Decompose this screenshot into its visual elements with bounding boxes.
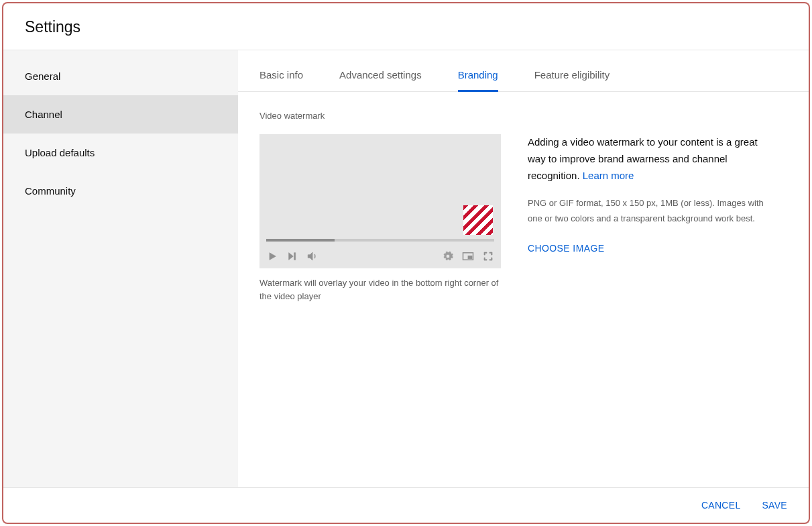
dialog-body: General Channel Upload defaults Communit…: [3, 50, 809, 487]
description-text: Adding a video watermark to your content…: [528, 136, 758, 181]
sidebar-item-general[interactable]: General: [3, 57, 238, 95]
sidebar-item-label: Community: [25, 185, 76, 197]
dialog-footer: CANCEL SAVE: [3, 487, 809, 523]
sidebar-item-label: Upload defaults: [25, 147, 95, 158]
tab-label: Advanced settings: [339, 69, 422, 81]
sidebar-item-label: Channel: [25, 109, 62, 120]
fullscreen-icon: [482, 250, 494, 262]
video-preview-column: Watermark will overlay your video in the…: [259, 134, 501, 303]
channel-tabs: Basic info Advanced settings Branding Fe…: [238, 50, 809, 92]
branding-content: Video watermark: [238, 92, 809, 321]
sidebar-item-label: General: [25, 70, 60, 82]
settings-dialog: Settings General Channel Upload defaults…: [2, 2, 810, 524]
dialog-header: Settings: [3, 3, 809, 50]
progress-bar: [266, 239, 494, 242]
learn-more-link[interactable]: Learn more: [583, 170, 634, 181]
volume-icon: [306, 250, 318, 262]
tab-branding[interactable]: Branding: [458, 50, 498, 91]
sidebar-item-channel[interactable]: Channel: [3, 95, 238, 134]
miniplayer-icon: [462, 250, 474, 262]
choose-image-button[interactable]: CHOOSE IMAGE: [528, 243, 604, 254]
sidebar-item-upload-defaults[interactable]: Upload defaults: [3, 134, 238, 172]
format-hint: PNG or GIF format, 150 x 150 px, 1MB (or…: [528, 196, 769, 227]
watermark-description: Adding a video watermark to your content…: [528, 134, 769, 184]
svg-rect-1: [468, 256, 472, 259]
settings-main: Basic info Advanced settings Branding Fe…: [238, 50, 809, 487]
play-icon: [266, 250, 278, 262]
settings-sidebar: General Channel Upload defaults Communit…: [3, 50, 238, 487]
tab-feature-eligibility[interactable]: Feature eligibility: [534, 50, 610, 91]
tab-label: Branding: [458, 69, 498, 81]
cancel-button[interactable]: CANCEL: [701, 500, 741, 511]
sidebar-item-community[interactable]: Community: [3, 172, 238, 210]
description-column: Adding a video watermark to your content…: [528, 134, 769, 303]
tab-advanced-settings[interactable]: Advanced settings: [339, 50, 422, 91]
watermark-sample-icon: [463, 205, 493, 235]
gear-icon: [442, 250, 454, 262]
preview-caption: Watermark will overlay your video in the…: [259, 276, 501, 303]
next-icon: [286, 250, 298, 262]
tab-label: Basic info: [259, 69, 303, 81]
branding-row: Watermark will overlay your video in the…: [259, 134, 787, 303]
tab-label: Feature eligibility: [534, 69, 610, 81]
video-preview: [259, 134, 501, 268]
save-button[interactable]: SAVE: [762, 500, 787, 511]
section-title: Video watermark: [259, 111, 787, 121]
progress-fill: [266, 239, 335, 242]
dialog-title: Settings: [25, 18, 787, 36]
tab-basic-info[interactable]: Basic info: [259, 50, 303, 91]
player-controls: [259, 244, 501, 268]
